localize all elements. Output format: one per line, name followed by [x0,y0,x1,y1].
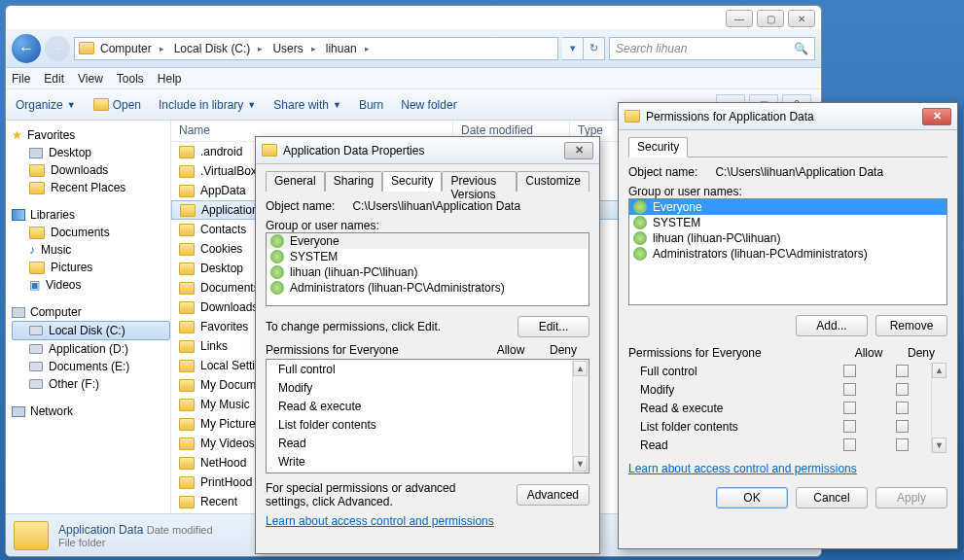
list-item[interactable]: lihuan (lihuan-PC\lihuan) [267,264,589,280]
breadcrumb-segment[interactable]: Users [268,42,319,55]
tab-sharing[interactable]: Sharing [325,171,382,192]
scroll-up-button[interactable]: ▲ [573,361,588,376]
menu-help[interactable]: Help [158,72,182,86]
menu-tools[interactable]: Tools [117,72,144,86]
tab-general[interactable]: General [266,171,325,192]
sidebar-item-drive-d[interactable]: Application (D:) [12,340,170,358]
tab-security[interactable]: Security [382,171,442,192]
permissions-list[interactable]: Full controlModifyRead & executeList fol… [628,362,947,454]
scroll-up-button[interactable]: ▲ [932,363,946,378]
libraries-group[interactable]: Libraries [12,206,170,224]
sidebar-item-pictures[interactable]: Pictures [12,259,170,276]
sidebar-item-drive-e[interactable]: Documents (E:) [12,358,170,375]
deny-checkbox[interactable] [896,383,909,396]
scrollbar[interactable]: ▲ ▼ [931,363,946,453]
breadcrumb-segment[interactable]: lihuan [322,42,374,55]
back-button[interactable]: ← [12,34,41,63]
refresh-button[interactable]: ↻ [584,37,605,60]
remove-button[interactable]: Remove [875,315,947,336]
allow-checkbox[interactable] [843,402,856,414]
close-button[interactable]: ✕ [788,10,815,27]
star-icon: ★ [12,128,22,142]
user-list[interactable]: Everyone SYSTEM lihuan (lihuan-PC\lihuan… [266,232,589,306]
tab-previous-versions[interactable]: Previous Versions [442,171,517,192]
user-list[interactable]: Everyone SYSTEM lihuan (lihuan-PC\lihuan… [628,198,947,305]
breadcrumb-segment[interactable]: Local Disk (C:) [170,42,268,55]
sidebar-item-recent[interactable]: Recent Places [12,179,170,196]
share-with-button[interactable]: Share with ▼ [273,98,341,112]
folder-icon [179,282,195,295]
allow-checkbox[interactable] [843,420,856,433]
folder-icon [262,143,277,158]
list-item[interactable]: Administrators (lihuan-PC\Administrators… [267,280,589,296]
close-button[interactable]: ✕ [564,142,593,159]
arrow-right-icon: → [52,42,63,55]
folder-icon [179,146,195,158]
burn-button[interactable]: Burn [359,98,383,112]
menu-file[interactable]: File [12,72,30,86]
advanced-button[interactable]: Advanced [517,484,589,506]
deny-checkbox[interactable] [896,402,909,414]
cancel-button[interactable]: Cancel [796,487,868,508]
search-input[interactable]: Search lihuan 🔍 [609,37,815,60]
permissions-list[interactable]: Full controlModifyRead & executeList fol… [266,359,589,473]
sidebar-item-downloads[interactable]: Downloads [12,161,170,179]
network-group[interactable]: Network [12,402,170,420]
close-button[interactable]: ✕ [922,108,951,125]
sidebar-item-drive-c[interactable]: Local Disk (C:) [12,321,170,340]
folder-icon [14,521,49,550]
folder-icon [179,399,195,411]
allow-checkbox[interactable] [843,383,856,396]
permission-name: Modify [640,383,823,397]
include-library-button[interactable]: Include in library ▼ [159,98,256,112]
list-item[interactable]: SYSTEM [629,215,946,230]
favorites-group[interactable]: ★Favorites [12,126,170,144]
allow-checkbox[interactable] [843,438,856,451]
deny-checkbox[interactable] [896,365,909,377]
add-button[interactable]: Add... [796,315,868,336]
file-name: My Videos [200,437,255,450]
deny-checkbox[interactable] [896,438,909,451]
list-item[interactable]: Everyone [267,233,589,249]
sidebar-item-videos[interactable]: ▣Videos [12,276,170,294]
tab-customize[interactable]: Customize [517,171,589,192]
forward-button[interactable]: → [45,36,70,61]
maximize-button[interactable]: ▢ [757,10,784,27]
allow-checkbox[interactable] [843,365,856,377]
list-item[interactable]: lihuan (lihuan-PC\lihuan) [629,230,946,246]
address-bar[interactable]: Computer Local Disk (C:) Users lihuan [74,37,558,60]
dialog-titlebar[interactable]: Application Data Properties ✕ [256,137,599,164]
computer-group[interactable]: Computer [12,303,170,321]
sidebar-item-documents[interactable]: Documents [12,224,170,241]
list-item[interactable]: Everyone [629,199,946,215]
ok-button[interactable]: OK [716,487,788,508]
file-name: Contacts [200,223,246,236]
open-button[interactable]: Open [93,97,141,113]
file-name: PrintHood [200,475,252,489]
tab-security[interactable]: Security [628,137,688,158]
permission-row: Read [628,436,930,454]
menu-view[interactable]: View [78,72,103,86]
address-dropdown-button[interactable]: ▾ [562,37,584,60]
videos-icon: ▣ [29,278,40,292]
sidebar-item-desktop[interactable]: Desktop [12,144,170,161]
organize-button[interactable]: Organize ▼ [16,98,76,112]
deny-checkbox[interactable] [896,420,909,433]
menu-edit[interactable]: Edit [44,72,64,86]
edit-button[interactable]: Edit... [518,316,589,337]
sidebar-item-music[interactable]: ♪Music [12,241,170,259]
sidebar-item-drive-f[interactable]: Other (F:) [12,375,170,393]
list-item[interactable]: SYSTEM [267,249,589,264]
minimize-button[interactable]: — [726,10,753,27]
breadcrumb-segment[interactable]: Computer [96,42,168,55]
learn-link[interactable]: Learn about access control and permissio… [266,514,494,528]
scrollbar[interactable]: ▲ ▼ [572,361,588,472]
dialog-titlebar[interactable]: Permissions for Application Data ✕ [619,103,957,130]
learn-link[interactable]: Learn about access control and permissio… [628,462,857,475]
list-item[interactable]: Administrators (lihuan-PC\Administrators… [629,246,946,262]
new-folder-button[interactable]: New folder [401,98,456,112]
apply-button[interactable]: Apply [875,487,947,508]
scroll-down-button[interactable]: ▼ [573,456,588,472]
scroll-down-button[interactable]: ▼ [932,438,946,453]
sidebar: ★Favorites Desktop Downloads Recent Plac… [6,121,171,539]
